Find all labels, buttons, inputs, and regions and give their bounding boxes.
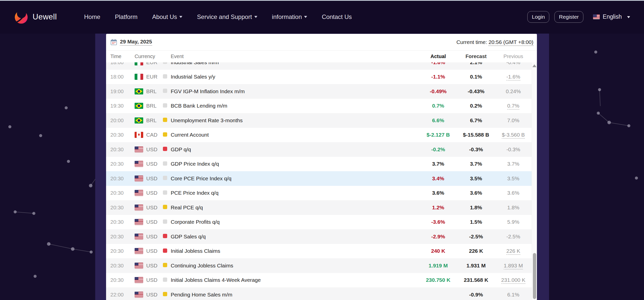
current-time-value[interactable]: 20:56 (GMT +8:00)	[488, 39, 533, 46]
event-row[interactable]: 19:00 BRL FGV IGP-M Inflation Index m/m …	[106, 84, 532, 99]
previous-value: -2.5%	[495, 234, 532, 240]
nav-item-about-us[interactable]: About Us	[152, 13, 182, 20]
nav-item-service-and-support[interactable]: Service and Support	[197, 13, 257, 20]
selected-date: 29 May, 2025	[120, 39, 152, 46]
event-row[interactable]: 18:00 EUR Industrial Sales y/y -1.1% 0.1…	[106, 70, 532, 84]
actual-value: -3.6%	[419, 219, 457, 225]
importance-icon	[163, 292, 167, 296]
nav-item-contact-us[interactable]: Contact Us	[322, 13, 352, 20]
main-menu: Home Platform About Us Service and Suppo…	[84, 0, 352, 34]
event-name: GDP Sales q/q	[171, 234, 419, 240]
currency-code: USD	[146, 248, 157, 254]
event-row[interactable]: 20:30 USD Initial Jobless Claims 4-Week …	[106, 273, 532, 288]
event-currency: USD	[135, 219, 163, 225]
currency-code: CAD	[146, 132, 157, 138]
currency-code: EUR	[146, 74, 157, 80]
importance-cell	[163, 263, 171, 268]
importance-cell	[163, 118, 171, 123]
currency-code: USD	[146, 219, 157, 225]
importance-icon	[163, 89, 167, 93]
event-row[interactable]: 20:30 USD GDP q/q -0.2% -0.3% -0.3%	[106, 142, 532, 157]
event-currency: USD	[135, 190, 163, 196]
scrollbar-thumb[interactable]	[533, 253, 536, 299]
event-time: 20:30	[110, 263, 135, 269]
event-row[interactable]: 20:30 USD PCE Price Index q/q 3.6% 3.6% …	[106, 186, 532, 201]
nav-item-platform[interactable]: Platform	[115, 13, 137, 20]
language-selector[interactable]: English	[593, 13, 630, 20]
importance-cell	[163, 132, 171, 138]
currency-code: USD	[146, 146, 157, 153]
event-row[interactable]: 20:30 USD Continuing Jobless Claims 1.91…	[106, 258, 532, 273]
previous-value: 226 K	[495, 248, 532, 254]
importance-icon	[163, 205, 167, 209]
event-currency: BRL	[135, 117, 163, 123]
calendar-icon	[110, 39, 117, 45]
nav-item-home[interactable]: Home	[84, 13, 100, 20]
event-currency: USD	[135, 146, 163, 153]
event-name: Core PCE Price Index q/q	[171, 176, 419, 182]
top-navbar: Uewell Home Platform About Us Service an…	[0, 0, 644, 34]
currency-code: USD	[146, 205, 157, 211]
forecast-value: -0.3%	[457, 146, 495, 153]
event-row[interactable]: 20:30 USD Initial Jobless Claims 240 K 2…	[106, 244, 532, 259]
event-name: Real PCE q/q	[171, 205, 419, 211]
event-row[interactable]: 20:30 USD Corporate Profits q/q -3.6% 1.…	[106, 215, 532, 230]
actual-value: 240 K	[419, 248, 457, 254]
importance-icon	[163, 248, 167, 253]
event-time: 20:30	[110, 234, 135, 240]
event-time: 20:30	[110, 161, 135, 167]
brand-logo[interactable]: Uewell	[14, 0, 57, 34]
event-name: GDP Price Index q/q	[171, 161, 419, 167]
event-row[interactable]: 22:00 USD Pending Home Sales m/m -0.9% 6…	[106, 287, 532, 300]
event-row[interactable]: 20:30 USD GDP Price Index q/q 3.7% 3.7% …	[106, 157, 532, 171]
previous-value: -0.3%	[495, 146, 532, 153]
importance-cell	[163, 161, 171, 167]
register-button[interactable]: Register	[554, 11, 583, 23]
event-currency: USD	[135, 161, 163, 167]
event-row[interactable]: 18:00 EUR Industrial Sales m/m -1.6% 2.1…	[106, 62, 532, 70]
economic-calendar-panel: 29 May, 2025 Current time: 20:56 (GMT +8…	[95, 29, 549, 300]
forecast-value: 6.7%	[457, 117, 495, 123]
currency-flag-icon	[135, 277, 143, 283]
currency-flag-icon	[135, 176, 143, 182]
importance-cell	[163, 147, 171, 152]
event-currency: USD	[135, 205, 163, 211]
currency-flag-icon	[135, 132, 143, 138]
currency-flag-icon	[135, 292, 143, 298]
event-row[interactable]: 20:30 USD GDP Sales q/q -2.9% -2.5% -2.5…	[106, 229, 532, 244]
currency-flag-icon	[135, 219, 143, 225]
forecast-value: 3.5%	[457, 176, 495, 182]
scrollbar-up-arrow-icon[interactable]	[532, 64, 536, 67]
currency-code: EUR	[146, 62, 157, 65]
event-row[interactable]: 20:30 USD Real PCE q/q 1.2% 1.8% 1.8%	[106, 200, 532, 215]
actual-value: 1.2%	[419, 205, 457, 211]
event-name: PCE Price Index q/q	[171, 190, 419, 196]
scrollbar-track[interactable]	[532, 62, 537, 300]
importance-cell	[163, 62, 171, 65]
actual-value: 1.919 M	[419, 263, 457, 269]
actual-value: -2.9%	[419, 234, 457, 240]
current-time-label: Current time:	[456, 39, 487, 45]
event-row[interactable]: 19:30 BRL BCB Bank Lending m/m 0.7% 0.2%…	[106, 99, 532, 113]
currency-code: BRL	[146, 103, 157, 109]
forecast-value: 1.931 M	[457, 263, 495, 269]
event-time: 20:30	[110, 277, 135, 283]
event-name: Initial Jobless Claims	[171, 248, 419, 254]
event-time: 20:30	[110, 146, 135, 153]
event-time: 20:30	[110, 219, 135, 225]
chevron-down-icon	[179, 16, 182, 19]
event-row[interactable]: 20:30 CAD Current Account $-2.127 B $-15…	[106, 128, 532, 142]
event-row[interactable]: 20:00 BRL Unemployment Rate 3-months 6.6…	[106, 113, 532, 128]
top-edge-strip	[0, 0, 644, 1]
event-row[interactable]: 20:30 USD Core PCE Price Index q/q 3.4% …	[106, 171, 532, 186]
actual-value: -0.49%	[419, 88, 457, 94]
currency-flag-icon	[135, 117, 143, 123]
login-button[interactable]: Login	[527, 11, 549, 23]
importance-icon	[163, 278, 167, 282]
previous-value: $-3.560 B	[495, 132, 532, 138]
date-picker[interactable]: 29 May, 2025	[110, 39, 152, 46]
event-currency: USD	[135, 263, 163, 269]
nav-item-information[interactable]: information	[272, 13, 307, 20]
event-name: Current Account	[171, 132, 419, 138]
importance-icon	[163, 103, 167, 108]
